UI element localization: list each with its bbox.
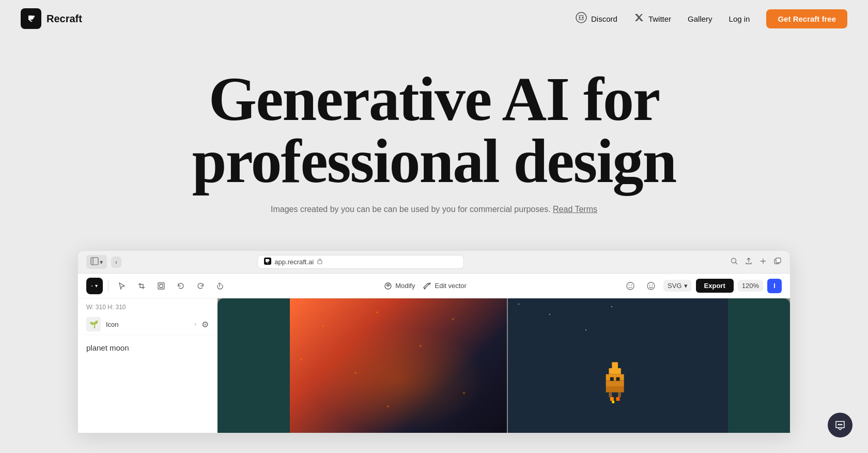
tab-toggle-button[interactable]: ▾ (86, 255, 107, 269)
redo-button[interactable] (192, 278, 209, 294)
cursor-tool-button[interactable]: ▾ (86, 278, 103, 294)
terms-link[interactable]: Read Terms (553, 205, 597, 214)
svg-point-4 (582, 17, 584, 19)
star-2 (549, 314, 550, 315)
canvas-area: W: 310 H: 310 🌱 Icon › ⚙ planet moon (78, 298, 790, 433)
undo-button[interactable] (173, 278, 189, 294)
svg-rect-29 (609, 368, 621, 374)
svg-rect-8 (318, 261, 322, 264)
duplicate-tab-icon[interactable] (773, 257, 782, 267)
browser-bar: ▾ ‹ app.recraft.ai (78, 251, 790, 274)
app-preview: ▾ ‹ app.recraft.ai (78, 250, 791, 433)
svg-rect-28 (612, 362, 618, 368)
chevron-tool-icon: ▾ (95, 283, 98, 289)
side-panel-left (218, 298, 290, 433)
sparkle-2 (420, 345, 421, 346)
svg-point-24 (631, 284, 632, 285)
hero-title-line2: professional design (192, 127, 676, 195)
toolbar-right: SVG ▾ Export 120% I (622, 278, 782, 294)
svg-rect-37 (610, 397, 614, 401)
recraft-logo-small (264, 258, 271, 266)
url-bar[interactable]: app.recraft.ai (257, 255, 464, 269)
format-label: SVG (668, 282, 681, 290)
svg-point-2 (576, 12, 586, 23)
edit-vector-label: Edit vector (435, 282, 466, 290)
logo-text: Recraft (47, 13, 82, 25)
panel-settings-icon[interactable]: ⚙ (202, 320, 209, 329)
crop-tool-button[interactable] (133, 278, 150, 294)
modify-button[interactable]: Modify (384, 282, 415, 290)
select-tool-button[interactable] (114, 278, 130, 294)
back-icon: ‹ (115, 259, 117, 266)
svg-rect-16 (158, 283, 164, 289)
share-browser-icon[interactable] (745, 257, 753, 267)
zoom-level: 120% (738, 280, 763, 292)
hero-title: Generative AI for professional design (10, 68, 858, 192)
frame-tool-button[interactable] (153, 278, 169, 294)
divider-1 (108, 280, 109, 292)
star-4 (611, 306, 612, 307)
browser-actions (730, 257, 782, 267)
svg-line-10 (735, 262, 737, 264)
user-avatar[interactable]: I (767, 279, 782, 293)
edit-vector-button[interactable]: Edit vector (423, 282, 466, 290)
canvas-images[interactable] (218, 298, 790, 433)
prompt-text: planet moon (86, 343, 129, 352)
discord-link[interactable]: Discord (576, 12, 617, 26)
logo-icon (21, 8, 41, 29)
navbar: Recraft Discord Twitter (0, 0, 868, 37)
svg-rect-17 (160, 284, 163, 288)
modify-label: Modify (395, 282, 415, 290)
chat-support-button[interactable] (828, 413, 853, 437)
hero-title-line1: Generative AI for (209, 65, 659, 133)
editor-toolbar: ▾ (78, 274, 790, 298)
emoji-button[interactable] (622, 278, 639, 294)
cta-button[interactable]: Get Recraft free (766, 9, 847, 28)
svg-rect-35 (609, 392, 612, 397)
svg-point-27 (652, 284, 653, 285)
sparkle-4 (453, 319, 454, 320)
pan-tool-button[interactable] (212, 278, 228, 294)
panel-arrow-icon: › (194, 321, 196, 328)
svg-point-21 (424, 288, 426, 289)
svg-point-40 (838, 424, 840, 426)
format-dropdown[interactable]: SVG ▾ (663, 280, 691, 292)
panel-item-icon: 🌱 (86, 317, 101, 331)
export-button[interactable]: Export (696, 279, 734, 293)
svg-point-19 (388, 285, 389, 286)
svg-point-9 (731, 258, 736, 263)
sparkle-3 (355, 372, 356, 373)
sparkle-5 (463, 392, 464, 394)
nav-links: Discord Twitter Gallery Log in Get Recra… (576, 9, 847, 28)
left-panel: W: 310 H: 310 🌱 Icon › ⚙ planet moon (78, 298, 218, 433)
sparkle-6 (301, 359, 302, 360)
gallery-link[interactable]: Gallery (688, 14, 712, 23)
toolbar-left: ▾ (86, 278, 228, 294)
svg-rect-38 (616, 397, 620, 401)
svg-point-42 (841, 424, 843, 426)
svg-rect-36 (618, 392, 621, 397)
sparkle-1 (322, 325, 323, 326)
sidebar-icon (90, 257, 99, 267)
gallery-label: Gallery (688, 14, 712, 23)
new-tab-icon[interactable] (759, 257, 767, 267)
login-button[interactable]: Log in (729, 14, 750, 23)
logo-area[interactable]: Recraft (21, 8, 82, 29)
lock-icon (317, 258, 323, 266)
svg-rect-34 (616, 377, 620, 381)
toolbar-center: Modify Edit vector (233, 282, 618, 290)
back-button[interactable]: ‹ (111, 256, 121, 268)
svg-rect-14 (776, 258, 781, 263)
search-browser-icon[interactable] (730, 257, 738, 267)
svg-point-41 (840, 424, 841, 426)
panel-type-row[interactable]: 🌱 Icon › ⚙ (78, 314, 217, 335)
twitter-icon (634, 12, 644, 25)
svg-rect-5 (91, 258, 98, 265)
svg-rect-33 (610, 377, 614, 381)
discord-label: Discord (591, 14, 617, 23)
sparkles-overlay (290, 298, 507, 433)
svg-point-22 (627, 282, 634, 290)
star-1 (518, 304, 519, 305)
twitter-link[interactable]: Twitter (634, 12, 671, 25)
sticker-button[interactable] (643, 278, 659, 294)
